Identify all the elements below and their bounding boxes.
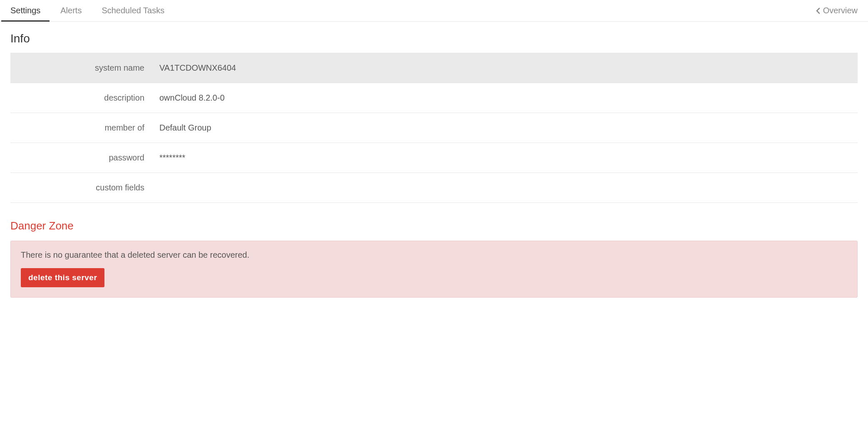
info-label: password [10,143,152,173]
info-label: system name [10,53,152,83]
chevron-left-icon [816,7,821,14]
info-table: system name VA1TCDOWNX6404 description o… [10,53,858,203]
info-row-system-name: system name VA1TCDOWNX6404 [10,53,858,83]
info-value: Default Group [152,113,858,143]
info-value: ******** [152,143,858,173]
info-value: VA1TCDOWNX6404 [152,53,858,83]
info-label: member of [10,113,152,143]
delete-server-button[interactable]: delete this server [21,268,104,287]
info-row-member-of: member of Default Group [10,113,858,143]
tabs-bar: Settings Alerts Scheduled Tasks Overview [0,0,868,22]
overview-label: Overview [823,6,858,15]
info-row-custom-fields: custom fields [10,173,858,203]
info-value [152,173,858,203]
danger-warning-text: There is no guarantee that a deleted ser… [21,250,847,260]
info-heading: Info [10,32,858,45]
tab-scheduled-tasks[interactable]: Scheduled Tasks [102,0,164,21]
info-value: ownCloud 8.2.0-0 [152,83,858,113]
info-label: custom fields [10,173,152,203]
content-area: Info system name VA1TCDOWNX6404 descript… [0,22,868,308]
info-row-password: password ******** [10,143,858,173]
tab-alerts[interactable]: Alerts [60,0,82,21]
info-label: description [10,83,152,113]
info-row-description: description ownCloud 8.2.0-0 [10,83,858,113]
overview-link[interactable]: Overview [816,0,858,21]
tab-settings[interactable]: Settings [10,0,40,21]
danger-zone-box: There is no guarantee that a deleted ser… [10,241,858,298]
danger-zone-heading: Danger Zone [10,219,858,232]
